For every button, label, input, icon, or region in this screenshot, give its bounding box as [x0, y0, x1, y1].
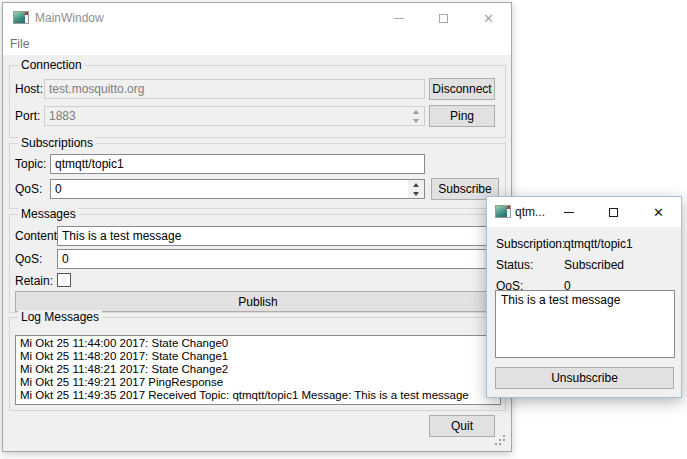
port-spin-arrows[interactable] — [408, 107, 424, 125]
log-group: Log Messages Mi Okt 25 11:44:00 2017: St… — [9, 317, 506, 411]
dialog-minimize-button[interactable] — [546, 197, 591, 227]
main-titlebar[interactable]: MainWindow ✕ — [3, 3, 511, 33]
status-value: Subscribed — [564, 258, 624, 272]
port-label: Port: — [15, 109, 40, 123]
log-line: Mi Okt 25 11:49:21 2017 PingResponse — [20, 376, 496, 389]
subscription-label: Subscription: — [496, 237, 565, 251]
log-line: Mi Okt 25 11:50:21 2017 PingResponse — [20, 402, 496, 405]
dialog-titlebar[interactable]: qtm... ✕ — [487, 197, 681, 227]
log-line: Mi Okt 25 11:48:20 2017: State Change1 — [20, 350, 496, 363]
menu-file[interactable]: File — [3, 33, 36, 55]
topic-label: Topic: — [15, 157, 46, 171]
dialog-title: qtm... — [515, 197, 545, 227]
quit-button[interactable]: Quit — [429, 415, 495, 437]
topic-input[interactable] — [50, 154, 425, 174]
main-client-area: Connection Host: Disconnect Port: Ping S… — [3, 55, 511, 451]
host-label: Host: — [15, 82, 43, 96]
menubar: File — [3, 33, 511, 55]
spin-up-icon — [413, 110, 419, 114]
spin-down-icon — [413, 192, 419, 196]
sub-qos-input[interactable] — [50, 179, 425, 199]
dialog-message-textarea[interactable]: This is a test message — [495, 290, 675, 358]
main-window: MainWindow ✕ File Connection Host: Disco… — [2, 2, 512, 452]
spin-down-icon — [413, 119, 419, 123]
subscription-value: qtmqtt/topic1 — [564, 237, 633, 251]
app-icon — [495, 205, 511, 218]
log-group-title: Log Messages — [18, 310, 102, 324]
dialog-maximize-button[interactable] — [591, 197, 636, 227]
messages-group-title: Messages — [18, 207, 79, 221]
log-line: Mi Okt 25 11:48:21 2017: State Change2 — [20, 363, 496, 376]
msg-qos-spinbox — [57, 249, 501, 269]
msg-qos-input[interactable] — [57, 249, 501, 269]
sub-qos-label: QoS: — [15, 182, 42, 196]
msg-qos-label: QoS: — [15, 252, 42, 266]
minimize-icon — [394, 18, 404, 19]
maximize-icon — [439, 14, 448, 23]
retain-checkbox[interactable] — [57, 273, 71, 287]
publish-button[interactable]: Publish — [15, 291, 501, 312]
close-icon: ✕ — [653, 206, 664, 219]
spin-up-icon — [413, 183, 419, 187]
maximize-icon — [609, 208, 618, 217]
sub-qos-spin-arrows[interactable] — [408, 180, 424, 198]
subscriptions-group: Subscriptions Topic: QoS: Subscribe — [9, 143, 506, 209]
maximize-button[interactable] — [421, 3, 466, 33]
close-icon: ✕ — [483, 12, 494, 25]
port-input — [44, 106, 425, 126]
app-icon — [13, 11, 29, 24]
content-input[interactable] — [57, 226, 501, 246]
main-window-title: MainWindow — [35, 3, 104, 33]
retain-label: Retain: — [15, 274, 53, 288]
resize-grip[interactable] — [503, 443, 505, 445]
status-label: Status: — [496, 258, 533, 272]
content-label: Content: — [15, 229, 60, 243]
log-line: Mi Okt 25 11:49:35 2017 Received Topic: … — [20, 389, 496, 402]
messages-group: Messages Content: QoS: Retain: Publish — [9, 214, 506, 313]
connection-group: Connection Host: Disconnect Port: Ping — [9, 65, 506, 138]
subscriptions-group-title: Subscriptions — [18, 136, 96, 150]
port-spinbox — [44, 106, 425, 126]
close-button[interactable]: ✕ — [466, 3, 511, 33]
unsubscribe-button[interactable]: Unsubscribe — [495, 367, 674, 389]
disconnect-button[interactable]: Disconnect — [429, 78, 495, 100]
ping-button[interactable]: Ping — [429, 105, 495, 127]
minimize-button[interactable] — [376, 3, 421, 33]
host-input — [44, 79, 425, 99]
minimize-icon — [564, 212, 574, 213]
dialog-close-button[interactable]: ✕ — [636, 197, 681, 227]
log-listbox[interactable]: Mi Okt 25 11:44:00 2017: State Change0 M… — [15, 335, 501, 405]
subscription-dialog: qtm... ✕ Subscription: qtmqtt/topic1 Sta… — [486, 196, 682, 398]
log-line: Mi Okt 25 11:44:00 2017: State Change0 — [20, 337, 496, 350]
sub-qos-spinbox — [50, 179, 425, 199]
connection-group-title: Connection — [18, 58, 85, 72]
